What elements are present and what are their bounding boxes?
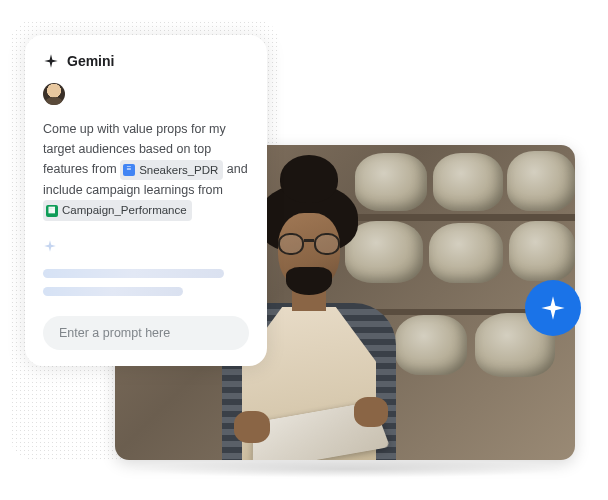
- file-chip-docs[interactable]: ≡Sneakers_PDR: [120, 160, 223, 180]
- panel-header: Gemini: [43, 53, 249, 69]
- photo-shadow: [128, 460, 568, 478]
- gemini-panel: Gemini Come up with value props for my t…: [25, 35, 267, 366]
- chip-label: Sneakers_PDR: [139, 161, 218, 179]
- prompt-input-placeholder: Enter a prompt here: [59, 326, 170, 340]
- chip-label: Campaign_Performance: [62, 201, 187, 219]
- photo-bag: [509, 221, 575, 281]
- photo-bag: [429, 223, 503, 283]
- panel-title: Gemini: [67, 53, 114, 69]
- sheets-icon: ▦: [46, 205, 58, 217]
- docs-icon: ≡: [123, 164, 135, 176]
- photo-bag: [507, 151, 575, 211]
- file-chip-sheets[interactable]: ▦Campaign_Performance: [43, 200, 192, 220]
- sparkle-icon: [43, 53, 59, 69]
- loading-skeleton-line: [43, 287, 183, 296]
- sparkle-icon: [539, 294, 567, 322]
- gemini-badge[interactable]: [525, 280, 581, 336]
- loading-skeleton-line: [43, 269, 224, 278]
- prompt-input[interactable]: Enter a prompt here: [43, 316, 249, 350]
- avatar: [43, 83, 65, 105]
- photo-bag: [433, 153, 503, 211]
- sparkle-icon: [43, 239, 57, 253]
- user-prompt: Come up with value props for my target a…: [43, 119, 249, 221]
